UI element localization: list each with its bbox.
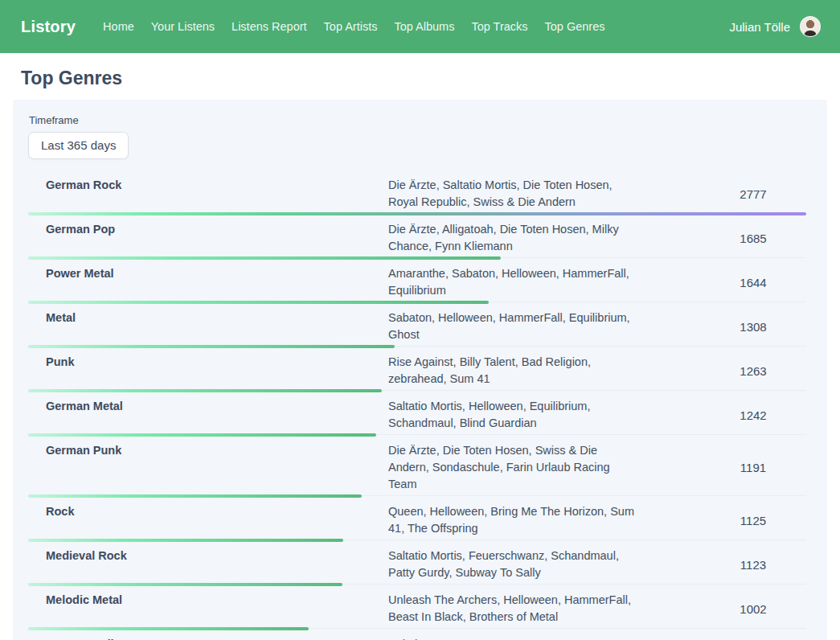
genre-artists: Sabaton, Helloween, HammerFall, Equilibr… [388, 310, 641, 343]
genre-artists: Amaranthe, Sabaton, Helloween, HammerFal… [388, 265, 641, 299]
table-row: Power Metal Amaranthe, Sabaton, Hellowee… [28, 258, 806, 302]
genre-name: Punk [28, 354, 388, 388]
genre-name: Medieval Rock [28, 548, 388, 581]
table-row: German Indie Bukahara, Käptn Peng, KYTES… [28, 629, 806, 640]
genre-count: 1191 [700, 461, 806, 474]
nav-item-top-tracks[interactable]: Top Tracks [471, 20, 527, 33]
genres-table: German Rock Die Ärzte, Saltatio Mortis, … [28, 170, 806, 640]
genre-artists: Rise Against, Billy Talent, Bad Religion… [388, 354, 641, 388]
table-row: German Metal Saltatio Mortis, Helloween,… [28, 391, 806, 435]
genre-artists: Bukahara, Käptn Peng, KYTES, Von Wegen L… [388, 636, 641, 640]
genre-name: Metal [28, 310, 388, 343]
genre-count: 1242 [700, 408, 806, 422]
genre-count: 1685 [700, 232, 806, 245]
table-row: German Punk Die Ärzte, Die Toten Hosen, … [28, 435, 806, 496]
table-row: Melodic Metal Unleash The Archers, Hello… [28, 585, 806, 629]
genre-count: 1125 [700, 514, 806, 527]
timeframe-select[interactable]: Last 365 days [28, 132, 129, 159]
main-content: Timeframe Last 365 days German Rock Die … [0, 100, 840, 640]
nav-item-top-genres[interactable]: Top Genres [545, 20, 605, 33]
app-logo[interactable]: Listory [21, 18, 76, 36]
table-row: German Pop Die Ärzte, Alligatoah, Die To… [28, 214, 806, 258]
genre-name: Rock [28, 503, 388, 537]
user-avatar-icon[interactable] [800, 16, 821, 37]
user-name: Julian Tölle [729, 20, 790, 34]
table-row: Punk Rise Against, Billy Talent, Bad Rel… [28, 347, 806, 391]
genre-artists: Queen, Helloween, Bring Me The Horizon, … [388, 503, 641, 537]
nav-item-listens-report[interactable]: Listens Report [232, 20, 307, 33]
genre-artists: Unleash The Archers, Helloween, HammerFa… [388, 592, 641, 626]
genre-name: Power Metal [28, 265, 388, 299]
table-row: German Rock Die Ärzte, Saltatio Mortis, … [28, 170, 806, 214]
user-menu[interactable]: Julian Tölle [729, 16, 821, 37]
nav-item-top-artists[interactable]: Top Artists [324, 20, 378, 33]
genre-name: German Indie [28, 636, 388, 640]
nav-item-home[interactable]: Home [103, 20, 134, 33]
genre-artists: Saltatio Mortis, Feuerschwanz, Schandmau… [388, 548, 641, 581]
genre-count: 1123 [700, 558, 806, 572]
genre-artists: Die Ärzte, Saltatio Mortis, Die Toten Ho… [388, 177, 641, 211]
genre-artists: Saltatio Mortis, Helloween, Equilibrium,… [388, 398, 641, 432]
table-row: Rock Queen, Helloween, Bring Me The Hori… [28, 496, 806, 540]
genre-count: 1002 [700, 602, 806, 616]
genre-name: German Metal [28, 398, 388, 432]
table-row: Medieval Rock Saltatio Mortis, Feuerschw… [28, 540, 806, 585]
page-title: Top Genres [21, 68, 840, 89]
nav-item-top-albums[interactable]: Top Albums [394, 20, 454, 33]
table-row: Metal Sabaton, Helloween, HammerFall, Eq… [28, 302, 806, 347]
genre-name: Melodic Metal [28, 592, 388, 626]
genre-name: German Pop [28, 221, 388, 255]
genre-count: 1263 [700, 364, 806, 378]
genre-count: 2777 [700, 187, 806, 201]
genre-artists: Die Ärzte, Die Toten Hosen, Swiss & Die … [388, 442, 641, 493]
app-header: Listory Home Your Listens Listens Report… [0, 0, 840, 53]
genre-name: German Rock [28, 177, 388, 211]
timeframe-label: Timeframe [28, 114, 806, 126]
nav-item-your-listens[interactable]: Your Listens [151, 20, 215, 33]
genre-artists: Die Ärzte, Alligatoah, Die Toten Hosen, … [388, 221, 641, 255]
genre-name: German Punk [28, 442, 388, 493]
genre-count: 1308 [700, 320, 806, 334]
main-nav: Home Your Listens Listens Report Top Art… [103, 20, 604, 33]
genre-count: 1644 [700, 276, 806, 289]
top-genres-panel: Timeframe Last 365 days German Rock Die … [13, 100, 827, 640]
